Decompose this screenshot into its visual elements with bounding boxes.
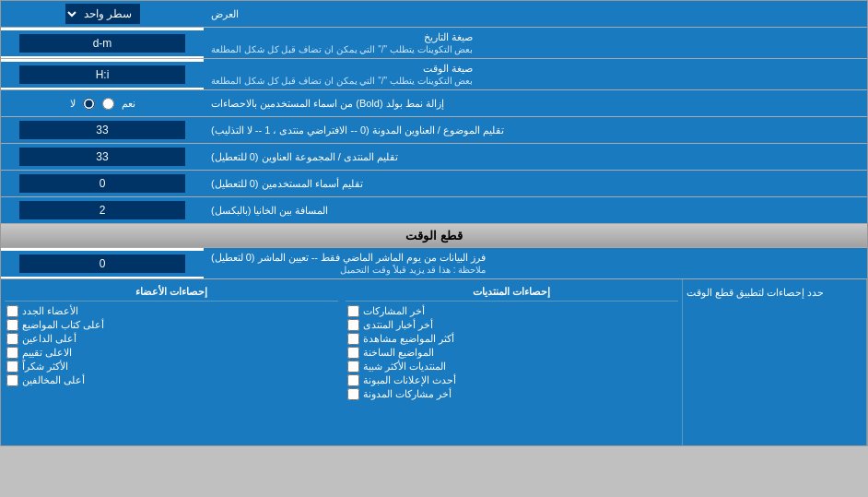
col2-header: إحصاءات المنتديات xyxy=(346,283,679,302)
cb-most-viewed[interactable] xyxy=(347,333,359,345)
bottom-right-col: إحصاءات الأعضاء الأعضاء الجدد أعلى كتاب … xyxy=(1,279,342,445)
bottom-center-col: إحصاءات المنتديات أخر المشاركات أخر أخبا… xyxy=(342,279,684,445)
cb-top-rated[interactable] xyxy=(6,347,18,359)
main-container: العرض سطر واحد سطرين ثلاثة أسطر صيغة الت… xyxy=(0,0,868,446)
cb-latest-announcements[interactable] xyxy=(347,374,359,386)
bottom-limit-label: حدد إحصاءات لتطبيق قطع الوقت xyxy=(683,279,867,445)
cb-item: أعلى المخالفين xyxy=(5,373,338,387)
row-username-trim: تقليم أسماء المستخدمين (0 للتعطيل) xyxy=(1,171,867,197)
row-time-label: صيغة الوقتبعض التكوينات يتطلب "/" التي ي… xyxy=(204,59,867,89)
row-time-format: صيغة الوقتبعض التكوينات يتطلب "/" التي ي… xyxy=(1,59,867,90)
cb-item: الأعضاء الجدد xyxy=(5,304,338,318)
cb-most-thanked[interactable] xyxy=(6,361,18,373)
cb-last-blog-posts[interactable] xyxy=(347,388,359,400)
radio-no-label: لا xyxy=(70,98,76,110)
cb-item: المنتديات الأكثر شبية xyxy=(346,360,679,373)
row-date-label: صيغة التاريخبعض التكوينات يتطلب "/" التي… xyxy=(204,28,867,58)
row-forum-trim: تقليم المنتدى / المجموعة العناوين (0 للت… xyxy=(1,144,867,171)
username-trim-input[interactable] xyxy=(19,174,185,193)
cb-item: أخر أخبار المنتدى xyxy=(346,318,679,332)
col1-header: إحصاءات الأعضاء xyxy=(5,283,338,302)
cb-item: المواضيع الساخنة xyxy=(346,346,679,360)
row-topic-trim: تقليم الموضوع / العناوين المدونة (0 -- ا… xyxy=(1,117,867,144)
cb-last-posts[interactable] xyxy=(347,305,359,317)
row-realtime-input-wrap xyxy=(1,251,204,277)
spacing-input[interactable] xyxy=(19,201,185,219)
cb-last-news[interactable] xyxy=(347,319,359,331)
row-username-trim-input-wrap xyxy=(1,171,204,196)
cb-item: أكثر المواضيع مشاهدة xyxy=(346,332,679,346)
row-bold-label: إزالة نمط بولد (Bold) من اسماء المستخدمي… xyxy=(204,90,867,116)
cb-item: أعلى كتاب المواضيع xyxy=(5,318,338,332)
row-forum-trim-label: تقليم المنتدى / المجموعة العناوين (0 للت… xyxy=(204,144,867,170)
cb-hot-topics[interactable] xyxy=(347,347,359,359)
cb-top-inviters[interactable] xyxy=(6,333,18,345)
cb-top-writers[interactable] xyxy=(6,319,18,331)
cb-item: أعلى الداعين xyxy=(5,332,338,346)
display-select[interactable]: سطر واحد سطرين ثلاثة أسطر xyxy=(65,4,140,24)
cb-item: الاعلى تقييم xyxy=(5,346,338,360)
row-topic-trim-label: تقليم الموضوع / العناوين المدونة (0 -- ا… xyxy=(204,117,867,143)
row-realtime-label: فرز البيانات من يوم الماشر الماضي فقط --… xyxy=(204,248,867,278)
row-bold: إزالة نمط بولد (Bold) من اسماء المستخدمي… xyxy=(1,90,867,117)
forum-trim-input[interactable] xyxy=(19,148,185,166)
cb-top-violators[interactable] xyxy=(6,374,18,386)
radio-yes[interactable] xyxy=(102,98,114,110)
row-forum-trim-input-wrap xyxy=(1,144,204,170)
row-spacing-input-wrap xyxy=(1,197,204,223)
cb-item: أحدث الإعلانات المبونة xyxy=(346,373,679,387)
date-format-input[interactable] xyxy=(19,34,185,53)
bottom-area: حدد إحصاءات لتطبيق قطع الوقت إحصاءات الم… xyxy=(1,279,867,445)
radio-yes-label: نعم xyxy=(122,98,135,110)
row-topic-trim-input-wrap xyxy=(1,117,204,143)
row-display-label: العرض xyxy=(204,1,867,27)
row-spacing: المسافة بين الخانيا (بالبكسل) xyxy=(1,197,867,224)
cb-item: أخر مشاركات المدونة xyxy=(346,387,679,401)
cb-item: أخر المشاركات xyxy=(346,304,679,318)
row-spacing-label: المسافة بين الخانيا (بالبكسل) xyxy=(204,197,867,223)
row-display-input: سطر واحد سطرين ثلاثة أسطر xyxy=(1,1,204,27)
row-time-input-wrap xyxy=(1,62,204,88)
section-realtime-header: قطع الوقت xyxy=(1,224,867,248)
radio-no[interactable] xyxy=(83,98,95,110)
realtime-filter-input[interactable] xyxy=(19,254,185,273)
cb-popular-forums[interactable] xyxy=(347,361,359,373)
row-date-input-wrap xyxy=(1,30,204,56)
cb-new-members[interactable] xyxy=(6,305,18,317)
topic-trim-input[interactable] xyxy=(19,121,185,139)
row-display: العرض سطر واحد سطرين ثلاثة أسطر xyxy=(1,1,867,28)
row-date-format: صيغة التاريخبعض التكوينات يتطلب "/" التي… xyxy=(1,28,867,59)
row-realtime-filter: فرز البيانات من يوم الماشر الماضي فقط --… xyxy=(1,248,867,279)
row-bold-radio-wrap: نعم لا xyxy=(1,90,204,116)
row-username-trim-label: تقليم أسماء المستخدمين (0 للتعطيل) xyxy=(204,171,867,196)
time-format-input[interactable] xyxy=(19,65,185,84)
cb-item: الأكثر شكراً xyxy=(5,360,338,373)
